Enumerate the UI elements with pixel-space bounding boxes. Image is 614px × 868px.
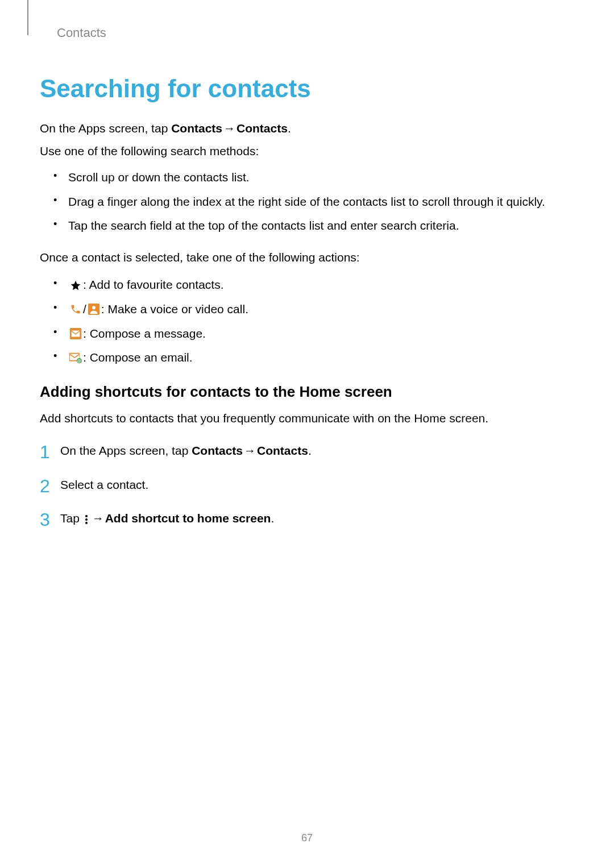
sub-heading: Adding shortcuts for contacts to the Hom… bbox=[40, 383, 574, 401]
step-number: 2 bbox=[40, 472, 50, 501]
slash-sep: / bbox=[83, 300, 86, 319]
section-header: Contacts bbox=[57, 26, 574, 40]
intro-bold2: Contacts bbox=[237, 122, 288, 135]
message-icon bbox=[69, 327, 82, 340]
step-bold1: Contacts bbox=[192, 444, 243, 457]
intro-prefix: On the Apps screen, tap bbox=[40, 122, 171, 135]
action-call: / : Make a voice or video call. bbox=[52, 300, 574, 319]
action-text: : Compose an email. bbox=[83, 348, 193, 367]
intro-line-1: On the Apps screen, tap Contacts → Conta… bbox=[40, 119, 574, 138]
arrow-icon: → bbox=[222, 119, 237, 138]
svg-point-1 bbox=[92, 306, 96, 310]
step-3: 3 Tap → Add shortcut to home screen. bbox=[40, 509, 574, 528]
list-item: Drag a finger along the index at the rig… bbox=[52, 193, 574, 211]
list-item: Scroll up or down the contacts list. bbox=[52, 168, 574, 187]
action-text: : Make a voice or video call. bbox=[101, 300, 248, 319]
step-prefix: Tap bbox=[60, 512, 83, 525]
page-title: Searching for contacts bbox=[40, 74, 574, 103]
header-rule bbox=[27, 0, 28, 35]
step-bold: Add shortcut to home screen bbox=[105, 512, 271, 525]
intro-suffix: . bbox=[288, 122, 291, 135]
action-text: : Add to favourite contacts. bbox=[83, 276, 223, 294]
step-text: Select a contact. bbox=[60, 478, 148, 491]
list-item: Tap the search field at the top of the c… bbox=[52, 217, 574, 235]
sub-intro: Add shortcuts to contacts that you frequ… bbox=[40, 409, 574, 428]
action-text: : Compose a message. bbox=[83, 325, 206, 343]
action-message: : Compose a message. bbox=[52, 325, 574, 343]
search-methods-list: Scroll up or down the contacts list. Dra… bbox=[52, 168, 574, 235]
arrow-icon: → bbox=[91, 509, 105, 528]
after-select-text: Once a contact is selected, take one of … bbox=[40, 248, 574, 267]
page-number: 67 bbox=[0, 832, 614, 844]
video-call-icon bbox=[88, 303, 100, 315]
svg-text:@: @ bbox=[77, 359, 81, 364]
step-suffix: . bbox=[271, 512, 274, 525]
steps-list: 1 On the Apps screen, tap Contacts → Con… bbox=[40, 441, 574, 528]
step-number: 3 bbox=[40, 505, 50, 534]
arrow-icon: → bbox=[243, 441, 257, 460]
page-content: Contacts Searching for contacts On the A… bbox=[0, 0, 614, 577]
step-number: 1 bbox=[40, 438, 50, 467]
step-bold2: Contacts bbox=[257, 444, 308, 457]
intro-bold1: Contacts bbox=[171, 122, 222, 135]
action-favourite: : Add to favourite contacts. bbox=[52, 276, 574, 294]
email-icon: @ bbox=[69, 351, 82, 364]
action-email: @ : Compose an email. bbox=[52, 348, 574, 367]
more-options-icon bbox=[85, 515, 89, 524]
step-prefix: On the Apps screen, tap bbox=[60, 444, 192, 457]
star-icon bbox=[69, 279, 82, 292]
intro-line-2: Use one of the following search methods: bbox=[40, 142, 574, 161]
step-2: 2 Select a contact. bbox=[40, 475, 574, 495]
step-1: 1 On the Apps screen, tap Contacts → Con… bbox=[40, 441, 574, 460]
actions-list: : Add to favourite contacts. / : Make a … bbox=[52, 276, 574, 367]
step-suffix: . bbox=[308, 444, 312, 457]
phone-icon bbox=[69, 303, 82, 315]
